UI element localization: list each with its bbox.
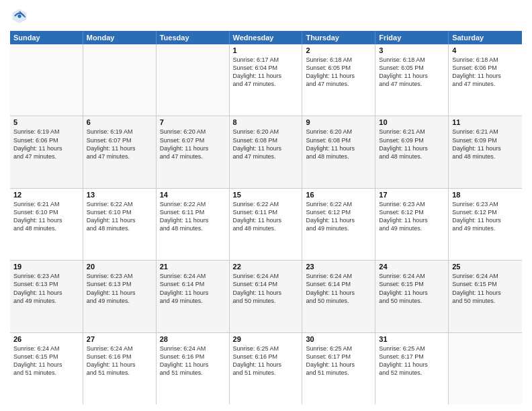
day-info-line: Daylight: 11 hours xyxy=(13,144,79,152)
day-info-line: Sunrise: 6:21 AM xyxy=(452,128,519,136)
day-info-line: and 49 minutes. xyxy=(87,297,152,305)
day-info-line: Daylight: 11 hours xyxy=(13,289,79,297)
day-number: 2 xyxy=(306,46,371,54)
empty-cell xyxy=(449,333,522,404)
day-info-line: Sunrise: 6:22 AM xyxy=(160,200,226,208)
calendar-row-4: 19Sunrise: 6:23 AMSunset: 6:13 PMDayligh… xyxy=(10,261,522,332)
day-info-line: Sunset: 6:16 PM xyxy=(160,353,226,361)
empty-cell xyxy=(83,44,157,116)
day-info-line: Daylight: 11 hours xyxy=(160,216,226,224)
day-header-thursday: Thursday xyxy=(302,31,375,44)
day-number: 3 xyxy=(379,46,445,54)
day-cell-23: 23Sunrise: 6:24 AMSunset: 6:14 PMDayligh… xyxy=(302,261,375,332)
day-info-line: Sunset: 6:04 PM xyxy=(233,64,299,72)
day-info-line: and 48 minutes. xyxy=(233,224,299,232)
day-cell-3: 3Sunrise: 6:18 AMSunset: 6:05 PMDaylight… xyxy=(375,44,449,116)
day-info-line: and 52 minutes. xyxy=(379,369,445,377)
day-info-line: Daylight: 11 hours xyxy=(306,289,371,297)
day-info-line: Sunrise: 6:22 AM xyxy=(233,200,299,208)
day-info-line: and 49 minutes. xyxy=(160,297,226,305)
day-cell-26: 26Sunrise: 6:24 AMSunset: 6:15 PMDayligh… xyxy=(10,333,83,404)
day-info-line: Sunset: 6:16 PM xyxy=(233,353,299,361)
day-info-line: Sunset: 6:06 PM xyxy=(452,64,519,72)
day-number: 7 xyxy=(160,118,226,126)
day-info-line: Sunrise: 6:24 AM xyxy=(13,345,79,353)
day-number: 21 xyxy=(160,263,226,271)
day-info-line: Daylight: 11 hours xyxy=(160,144,226,152)
day-info-line: and 47 minutes. xyxy=(379,80,445,88)
day-cell-14: 14Sunrise: 6:22 AMSunset: 6:11 PMDayligh… xyxy=(157,189,230,260)
day-info-line: and 50 minutes. xyxy=(306,297,371,305)
day-cell-27: 27Sunrise: 6:24 AMSunset: 6:16 PMDayligh… xyxy=(83,333,157,404)
day-number: 16 xyxy=(306,191,371,199)
day-info-line: and 51 minutes. xyxy=(306,369,371,377)
day-cell-7: 7Sunrise: 6:20 AMSunset: 6:07 PMDaylight… xyxy=(157,116,230,187)
day-info-line: Daylight: 11 hours xyxy=(13,361,79,369)
day-info-line: Sunset: 6:17 PM xyxy=(306,353,371,361)
day-cell-17: 17Sunrise: 6:23 AMSunset: 6:12 PMDayligh… xyxy=(375,189,449,260)
logo-icon xyxy=(10,7,29,26)
day-info-line: Daylight: 11 hours xyxy=(87,216,152,224)
header xyxy=(10,7,522,26)
day-cell-21: 21Sunrise: 6:24 AMSunset: 6:14 PMDayligh… xyxy=(157,261,230,332)
day-info-line: Sunset: 6:10 PM xyxy=(13,208,79,216)
day-info-line: and 47 minutes. xyxy=(87,152,152,161)
day-info-line: Daylight: 11 hours xyxy=(379,216,445,224)
calendar-body: 1Sunrise: 6:17 AMSunset: 6:04 PMDaylight… xyxy=(10,44,522,404)
day-info-line: Sunset: 6:15 PM xyxy=(452,280,519,288)
day-cell-24: 24Sunrise: 6:24 AMSunset: 6:15 PMDayligh… xyxy=(375,261,449,332)
calendar-row-3: 12Sunrise: 6:21 AMSunset: 6:10 PMDayligh… xyxy=(10,189,522,261)
day-info-line: and 48 minutes. xyxy=(13,224,79,232)
day-number: 26 xyxy=(13,335,79,343)
day-info-line: Sunrise: 6:24 AM xyxy=(87,345,152,353)
day-info-line: Daylight: 11 hours xyxy=(379,361,445,369)
day-info-line: Sunset: 6:09 PM xyxy=(452,136,519,144)
day-info-line: Sunset: 6:11 PM xyxy=(160,208,226,216)
day-info-line: Sunrise: 6:17 AM xyxy=(233,56,299,64)
day-number: 5 xyxy=(13,118,79,126)
day-info-line: Sunset: 6:05 PM xyxy=(306,64,371,72)
day-number: 25 xyxy=(452,263,519,271)
day-cell-16: 16Sunrise: 6:22 AMSunset: 6:12 PMDayligh… xyxy=(302,189,375,260)
day-info-line: and 49 minutes. xyxy=(13,297,79,305)
day-info-line: Daylight: 11 hours xyxy=(452,216,519,224)
day-info-line: Sunset: 6:17 PM xyxy=(379,353,445,361)
day-info-line: Daylight: 11 hours xyxy=(306,144,371,152)
empty-cell xyxy=(157,44,230,116)
day-header-tuesday: Tuesday xyxy=(157,31,230,44)
day-info-line: and 51 minutes. xyxy=(13,369,79,377)
day-info-line: Sunrise: 6:23 AM xyxy=(13,272,79,280)
day-info-line: and 47 minutes. xyxy=(233,152,299,161)
day-header-friday: Friday xyxy=(375,31,449,44)
day-info-line: Daylight: 11 hours xyxy=(379,144,445,152)
day-cell-10: 10Sunrise: 6:21 AMSunset: 6:09 PMDayligh… xyxy=(375,116,449,187)
page: SundayMondayTuesdayWednesdayThursdayFrid… xyxy=(0,0,532,411)
day-info-line: Sunset: 6:07 PM xyxy=(160,136,226,144)
day-number: 1 xyxy=(233,46,299,54)
day-info-line: Sunset: 6:12 PM xyxy=(452,208,519,216)
day-cell-4: 4Sunrise: 6:18 AMSunset: 6:06 PMDaylight… xyxy=(449,44,522,116)
day-info-line: Sunset: 6:15 PM xyxy=(13,353,79,361)
day-info-line: Sunset: 6:06 PM xyxy=(13,136,79,144)
day-cell-2: 2Sunrise: 6:18 AMSunset: 6:05 PMDaylight… xyxy=(302,44,375,116)
day-info-line: Daylight: 11 hours xyxy=(233,72,299,80)
calendar-row-1: 1Sunrise: 6:17 AMSunset: 6:04 PMDaylight… xyxy=(10,44,522,116)
day-number: 18 xyxy=(452,191,519,199)
day-info-line: Sunset: 6:09 PM xyxy=(379,136,445,144)
day-cell-28: 28Sunrise: 6:24 AMSunset: 6:16 PMDayligh… xyxy=(157,333,230,404)
day-number: 13 xyxy=(87,191,152,199)
day-info-line: Daylight: 11 hours xyxy=(452,289,519,297)
day-number: 14 xyxy=(160,191,226,199)
calendar-header: SundayMondayTuesdayWednesdayThursdayFrid… xyxy=(10,31,522,44)
day-number: 19 xyxy=(13,263,79,271)
day-info-line: Sunset: 6:13 PM xyxy=(13,280,79,288)
day-info-line: Sunset: 6:16 PM xyxy=(87,353,152,361)
day-info-line: and 47 minutes. xyxy=(160,152,226,161)
empty-cell xyxy=(10,44,83,116)
day-info-line: Sunset: 6:14 PM xyxy=(233,280,299,288)
day-info-line: and 51 minutes. xyxy=(87,369,152,377)
day-info-line: Sunrise: 6:24 AM xyxy=(379,272,445,280)
day-number: 11 xyxy=(452,118,519,126)
day-info-line: Daylight: 11 hours xyxy=(233,216,299,224)
day-info-line: Daylight: 11 hours xyxy=(13,216,79,224)
